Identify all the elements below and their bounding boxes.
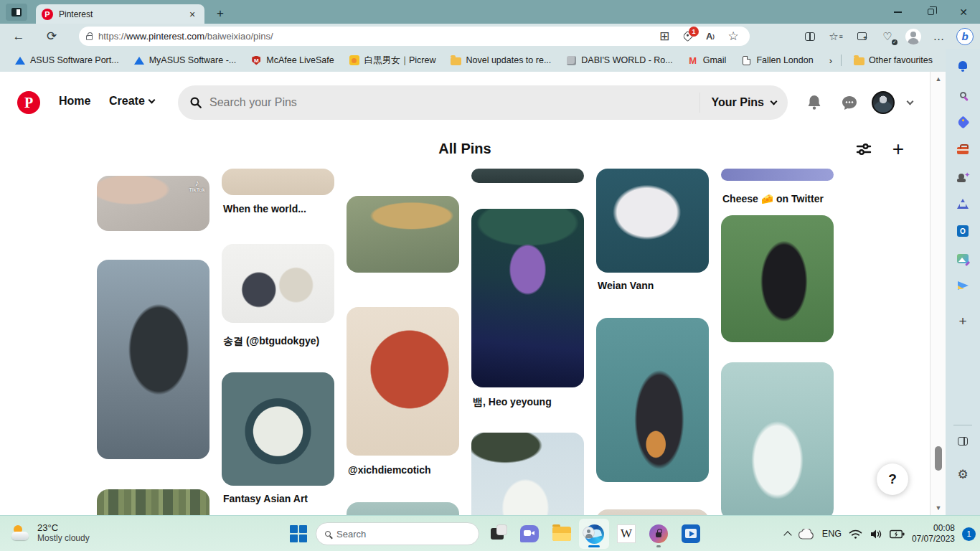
onedrive-cloud-icon[interactable] xyxy=(798,529,815,540)
sidebar-notifications-button[interactable] xyxy=(951,55,974,77)
messages-button[interactable] xyxy=(841,94,858,111)
pin-caption[interactable]: 뱀, Heo yeyoung xyxy=(471,395,584,408)
bing-chat-button[interactable]: b xyxy=(954,27,976,47)
sidebar-settings-button[interactable]: ⚙ xyxy=(951,463,974,486)
pin-hand-lightswitch[interactable]: ♪TikTok xyxy=(97,176,209,231)
sidebar-panel-button[interactable] xyxy=(951,430,974,453)
sidebar-shopping-button[interactable] xyxy=(951,110,974,133)
pin-white-fabric-teal[interactable] xyxy=(596,169,709,273)
pin-white-hanfu-water[interactable] xyxy=(721,362,834,515)
url-text[interactable]: https://www.pinterest.com/baiweixiao/pin… xyxy=(98,31,652,42)
pin-bamboo-forest[interactable] xyxy=(97,489,209,515)
pin-caption[interactable]: @xichdiemcotich xyxy=(347,463,459,476)
nav-create[interactable]: Create xyxy=(109,95,154,108)
notification-center-badge[interactable]: 1 xyxy=(962,527,976,541)
clock[interactable]: 00:08 07/07/2023 xyxy=(912,523,955,545)
bookmark-item[interactable]: Novel updates to re... xyxy=(444,52,557,68)
refresh-button[interactable]: ⟳ xyxy=(40,27,63,47)
page-scrollbar[interactable]: ▲ ▼ xyxy=(930,72,946,515)
language-indicator[interactable]: ENG xyxy=(822,529,842,539)
favorite-star-icon[interactable]: ☆ xyxy=(727,30,740,43)
collections-button[interactable] xyxy=(851,27,872,47)
window-minimize-button[interactable] xyxy=(881,0,914,24)
pin-caption[interactable]: Cheese 🧀 on Twitter xyxy=(721,192,834,205)
profile-button[interactable] xyxy=(903,27,924,47)
pin-search-bar[interactable]: Your Pins xyxy=(178,85,788,120)
notifications-button[interactable] xyxy=(806,94,823,111)
scroll-down-arrow[interactable]: ▼ xyxy=(930,502,946,514)
settings-more-button[interactable]: … xyxy=(928,27,950,47)
taskbar-search-box[interactable]: Search xyxy=(316,522,479,545)
search-input[interactable] xyxy=(209,96,692,109)
bookmark-item[interactable]: MyASUS Software -... xyxy=(128,52,242,68)
task-view-button[interactable] xyxy=(482,519,512,549)
pin-tree-white-robe[interactable] xyxy=(471,433,584,515)
pin-caption[interactable]: Weian Vann xyxy=(596,279,709,292)
pin-snake-poster[interactable] xyxy=(471,209,584,387)
bookmark-item[interactable]: MGmail xyxy=(682,52,732,68)
window-restore-button[interactable] xyxy=(914,0,947,24)
bookmark-item[interactable]: 白黒男女｜Picrew xyxy=(343,52,442,69)
private-browser-button[interactable] xyxy=(644,519,674,549)
start-button[interactable] xyxy=(290,525,307,542)
wikipedia-button[interactable]: W xyxy=(611,519,641,549)
sidebar-search-button[interactable] xyxy=(951,83,974,106)
pin-armored-warrior-water[interactable] xyxy=(97,260,209,459)
browser-essentials-button[interactable]: ♡ xyxy=(877,27,898,47)
browser-tab-pinterest[interactable]: P Pinterest × xyxy=(36,4,204,24)
pin-straw-hat-green[interactable] xyxy=(347,196,459,273)
pin-purple-cropped[interactable] xyxy=(721,169,834,181)
pin-beige-cropped[interactable] xyxy=(222,169,334,195)
bookmark-item[interactable]: ASUS Software Port... xyxy=(9,52,125,68)
pin-woman-with-cat[interactable] xyxy=(596,318,709,482)
pin-moon-window-art[interactable] xyxy=(222,372,334,486)
account-avatar[interactable] xyxy=(872,91,895,114)
pin-two-figures-drawing[interactable] xyxy=(222,244,334,323)
pin-red-circle-illustration[interactable] xyxy=(347,307,459,456)
your-pins-dropdown[interactable]: Your Pins xyxy=(699,93,777,113)
sidebar-games-button[interactable] xyxy=(951,165,974,188)
bookmark-item[interactable]: Fallen London xyxy=(735,52,819,68)
pin-dark-cropped[interactable] xyxy=(471,169,584,183)
wifi-icon[interactable] xyxy=(849,529,862,540)
pin-light-cropped[interactable] xyxy=(596,509,709,515)
shopping-icon[interactable]: 1 xyxy=(681,30,694,43)
account-switcher-chevron[interactable] xyxy=(901,94,918,111)
other-favourites-button[interactable]: Other favourites xyxy=(847,52,938,68)
sidebar-drop-button[interactable] xyxy=(951,274,974,297)
pin-teal-cropped[interactable] xyxy=(347,502,459,515)
bookmark-item[interactable]: DABI'S WORLD - Ro... xyxy=(560,52,678,68)
volume-icon[interactable] xyxy=(870,529,882,540)
movies-tv-button[interactable] xyxy=(676,519,706,549)
pin-caption[interactable]: Fantasy Asian Art xyxy=(222,492,334,505)
help-button[interactable]: ? xyxy=(877,463,908,495)
pinterest-logo[interactable]: P xyxy=(17,91,40,114)
read-aloud-icon[interactable]: A) xyxy=(704,30,717,43)
nav-home[interactable]: Home xyxy=(59,95,90,108)
scroll-up-arrow[interactable]: ▲ xyxy=(930,73,946,85)
back-button[interactable]: ← xyxy=(7,27,30,47)
window-close-button[interactable]: ✕ xyxy=(947,0,980,24)
tab-group-icon[interactable]: ⊞ xyxy=(658,30,671,43)
tray-overflow-chevron[interactable] xyxy=(783,531,791,539)
scrollbar-thumb[interactable] xyxy=(935,446,942,471)
bookmarks-overflow-chevron[interactable]: › xyxy=(826,55,835,66)
sidebar-add-button[interactable]: + xyxy=(951,310,974,333)
split-screen-button[interactable] xyxy=(799,27,821,47)
file-explorer-button[interactable] xyxy=(547,519,577,549)
tab-close-icon[interactable]: × xyxy=(186,9,199,20)
organize-filter-button[interactable] xyxy=(854,139,874,159)
new-tab-button[interactable]: + xyxy=(212,6,229,22)
bookmark-item[interactable]: MMcAfee LiveSafe xyxy=(245,52,340,68)
sidebar-microsoft365-button[interactable] xyxy=(951,192,974,215)
pin-caption[interactable]: When the world... xyxy=(222,202,334,215)
create-pin-button[interactable]: + xyxy=(888,139,908,159)
favorites-button[interactable]: ☆≡ xyxy=(825,27,847,47)
widgets-weather-button[interactable]: 23°C Mostly cloudy xyxy=(6,519,95,546)
pin-black-outfit-green[interactable] xyxy=(721,215,834,342)
sidebar-outlook-button[interactable]: O xyxy=(951,220,974,242)
sidebar-image-creator-button[interactable] xyxy=(951,247,974,270)
battery-icon[interactable] xyxy=(890,529,905,539)
pin-caption[interactable]: 송결 (@btgudokgye) xyxy=(222,334,334,347)
edge-browser-button[interactable] xyxy=(579,519,609,549)
